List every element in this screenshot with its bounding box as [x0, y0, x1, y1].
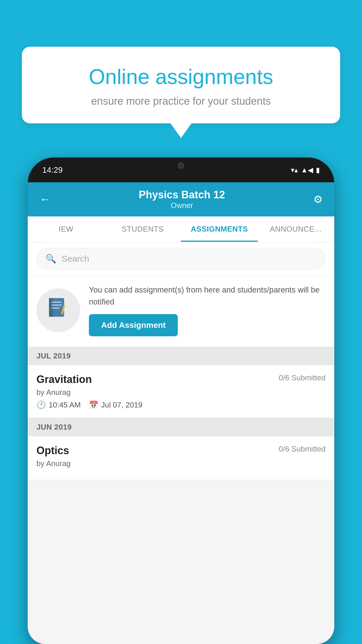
- section-header-jul: JUL 2019: [28, 347, 334, 365]
- assignment-top-row: Gravitation 0/6 Submitted: [36, 373, 326, 386]
- assignment-top-row-optics: Optics 0/6 Submitted: [36, 444, 326, 457]
- assignment-meta: 🕐 10:45 AM 📅 Jul 07, 2019: [36, 400, 326, 410]
- speech-bubble-container: Online assignments ensure more practice …: [22, 47, 340, 138]
- signal-icon: ▲◀: [301, 166, 313, 174]
- promo-description: You can add assignment(s) from here and …: [89, 284, 326, 308]
- assignment-submitted-count-optics: 0/6 Submitted: [279, 444, 326, 454]
- assignment-author-optics: by Anurag: [36, 459, 326, 468]
- wifi-icon: ▾▴: [291, 166, 298, 174]
- battery-icon: ▮: [316, 166, 320, 174]
- tab-students[interactable]: STUDENTS: [104, 216, 181, 242]
- phone-frame: 14:29 ▾▴ ▲◀ ▮ ← Physics Batch 12 Owner ⚙…: [28, 158, 334, 644]
- status-time: 14:29: [42, 165, 63, 175]
- assignment-date: 📅 Jul 07, 2019: [89, 400, 143, 410]
- status-icons: ▾▴ ▲◀ ▮: [291, 166, 320, 174]
- add-assignment-promo: You can add assignment(s) from here and …: [28, 275, 334, 347]
- promo-icon-circle: [36, 288, 80, 332]
- add-assignment-button[interactable]: Add Assignment: [89, 314, 178, 336]
- notebook-icon: [47, 296, 70, 324]
- promo-content: You can add assignment(s) from here and …: [89, 284, 326, 336]
- batch-role: Owner: [139, 201, 225, 210]
- speech-bubble-arrow: [171, 123, 191, 138]
- speech-bubble-subtitle: ensure more practice for your students: [42, 95, 320, 107]
- assignment-time: 🕐 10:45 AM: [36, 400, 81, 410]
- tab-assignments[interactable]: ASSIGNMENTS: [181, 216, 258, 242]
- app-header: ← Physics Batch 12 Owner ⚙: [28, 182, 334, 216]
- assignment-title: Gravitation: [36, 373, 92, 386]
- assignment-submitted-count: 0/6 Submitted: [279, 373, 326, 382]
- settings-icon[interactable]: ⚙: [313, 193, 323, 206]
- tab-announcements[interactable]: ANNOUNCE…: [258, 216, 334, 242]
- search-icon: 🔍: [45, 253, 56, 264]
- section-header-jun: JUN 2019: [28, 418, 334, 436]
- clock-icon: 🕐: [36, 400, 46, 410]
- front-camera: [178, 162, 184, 169]
- status-bar: 14:29 ▾▴ ▲◀ ▮: [28, 158, 334, 182]
- speech-bubble: Online assignments ensure more practice …: [22, 47, 340, 123]
- app-screen: ← Physics Batch 12 Owner ⚙ IEW STUDENTS …: [28, 182, 334, 644]
- search-placeholder: Search: [61, 254, 89, 264]
- assignment-title-optics: Optics: [36, 444, 69, 457]
- assignment-author: by Anurag: [36, 388, 326, 397]
- back-button[interactable]: ←: [39, 193, 50, 206]
- batch-title: Physics Batch 12: [139, 189, 225, 201]
- svg-rect-4: [51, 307, 59, 309]
- tabs-bar: IEW STUDENTS ASSIGNMENTS ANNOUNCE…: [28, 216, 334, 242]
- tab-iew[interactable]: IEW: [28, 216, 104, 242]
- assignment-gravitation[interactable]: Gravitation 0/6 Submitted by Anurag 🕐 10…: [28, 365, 334, 418]
- svg-rect-2: [51, 302, 62, 303]
- header-title-area: Physics Batch 12 Owner: [139, 189, 225, 210]
- assignment-optics[interactable]: Optics 0/6 Submitted by Anurag: [28, 436, 334, 480]
- search-container: 🔍 Search: [28, 242, 334, 275]
- phone-notch: [161, 158, 201, 174]
- search-box[interactable]: 🔍 Search: [36, 248, 326, 269]
- calendar-icon: 📅: [89, 400, 98, 410]
- svg-rect-3: [51, 304, 62, 306]
- speech-bubble-title: Online assignments: [42, 64, 320, 89]
